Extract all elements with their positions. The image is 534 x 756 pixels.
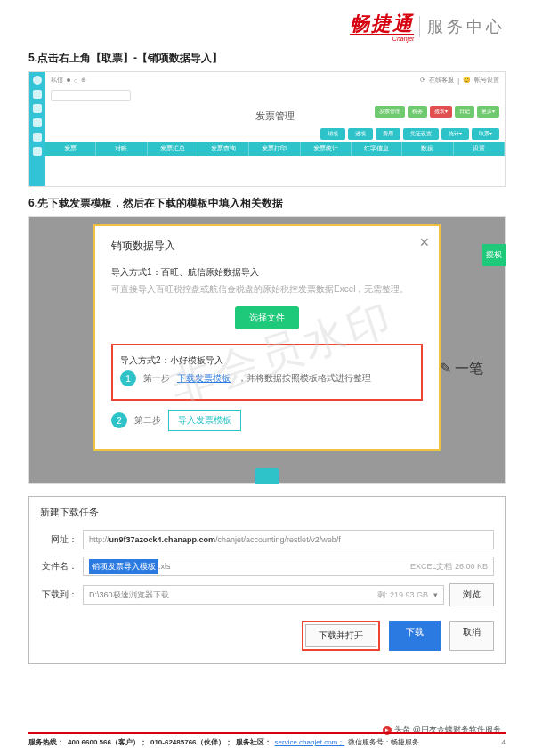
cancel-button[interactable]: 取消	[449, 621, 494, 651]
wx-label: 微信服务号：畅捷服务	[348, 737, 419, 747]
file-meta: EXCEL文档 26.00 KB	[410, 561, 488, 573]
sidebar-icon[interactable]	[33, 133, 42, 142]
step1-label: 第一步	[143, 372, 170, 385]
screenshot-1: 私信○⊕ ⟳在线客服|😊帐号设置 发票管理 发票管理 税务 报表▾ 日记 更多▾…	[28, 71, 506, 187]
tab-button[interactable]: 更多▾	[477, 106, 499, 118]
screenshot-2: 授权 ✎ 一笔 销项数据导入 ✕ 导入方式1：百旺、航信原始数据导入 可直接导入…	[28, 216, 506, 484]
browse-button[interactable]: 浏览	[449, 583, 494, 606]
page-title: 发票管理 发票管理 税务 报表▾ 日记 更多▾	[45, 102, 505, 126]
brand-logo-cn: 畅捷通	[350, 11, 414, 37]
nav-item[interactable]: 发票查询	[198, 142, 249, 156]
sidebar-icon[interactable]	[33, 104, 42, 113]
handwriting-annotation: ✎ 一笔	[440, 360, 483, 378]
sidebar-icon[interactable]	[33, 147, 42, 156]
step2-label: 第二步	[134, 414, 161, 427]
close-icon[interactable]: ✕	[419, 235, 430, 249]
doc-header: 畅捷通 Chanjet 服务中心	[28, 11, 506, 42]
method1-desc: 可直接导入百旺税控盘或航信金税盘的原始税控发票数据Excel，无需整理。	[111, 282, 423, 296]
nav-item[interactable]: 发票	[45, 142, 96, 156]
filename-input[interactable]: 销项发票导入模板.xls EXCEL文档 26.00 KB	[83, 557, 494, 576]
get-ticket-button[interactable]: 取票▾	[472, 128, 499, 140]
url-input[interactable]: http://un9f37azock4.chanapp.com/chanjet/…	[83, 530, 494, 549]
step6-heading: 6.先下载发票模板，然后在下载的模板中填入相关数据	[28, 196, 506, 211]
nav-bar: 发票 对账 发票汇总 发票查询 发票打印 发票统计 红字信息 数据 设置	[45, 142, 505, 156]
nav-item[interactable]: 红字信息	[352, 142, 402, 156]
sidebar-icon[interactable]	[33, 90, 42, 99]
free-space: 剩: 219.93 GB	[377, 589, 428, 601]
tab-button[interactable]: 发票管理	[375, 106, 405, 118]
step5-heading: 5.点击右上角【取票】-【销项数据导入】	[28, 51, 506, 66]
method1-title: 导入方式1：百旺、航信原始数据导入	[111, 266, 423, 279]
import-modal: 销项数据导入 ✕ 导入方式1：百旺、航信原始数据导入 可直接导入百旺税控盘或航信…	[93, 224, 441, 451]
community-label: 服务社区：	[236, 737, 271, 747]
highlight-box: 导入方式2：小好模板导入 1 第一步 下载发票模板 ，并将数据按照模板格式进行整…	[111, 344, 423, 401]
download-template-link[interactable]: 下载发票模板	[177, 372, 231, 385]
nav-item[interactable]: 发票打印	[249, 142, 300, 156]
filename-label: 文件名：	[40, 560, 77, 573]
saveto-input[interactable]: D:\360极速浏览器下载 剩: 219.93 GB ▾	[83, 585, 444, 605]
page-number: 4	[502, 738, 506, 746]
search-input[interactable]	[51, 90, 131, 101]
tab-button[interactable]: 税务	[408, 106, 427, 118]
action-button[interactable]: 费用	[376, 128, 400, 140]
step1-tail: ，并将数据按照模板格式进行整理	[238, 372, 371, 385]
nav-item[interactable]: 对账	[96, 142, 147, 156]
download-open-button[interactable]: 下载并打开	[305, 624, 376, 647]
nav-item[interactable]: 发票统计	[301, 142, 352, 156]
action-button[interactable]: 销项	[320, 128, 345, 140]
saveto-label: 下载到：	[40, 589, 77, 601]
action-button[interactable]: 进项	[348, 128, 373, 140]
sidebar-icon[interactable]	[33, 76, 42, 85]
tab-button[interactable]: 报表▾	[430, 106, 452, 118]
import-template-button[interactable]: 导入发票模板	[168, 410, 241, 431]
dialog-title: 新建下载任务	[40, 506, 494, 519]
nav-item[interactable]: 数据	[402, 142, 453, 156]
action-button[interactable]: 凭证设置	[403, 128, 439, 140]
sidebar-icon[interactable]	[33, 118, 42, 127]
page-footer: 服务热线： 400 6600 566（客户）； 010-62485766（伙伴）…	[28, 732, 506, 747]
nav-item[interactable]: 发票汇总	[148, 142, 198, 156]
action-button[interactable]: 统计▾	[441, 128, 469, 140]
side-tag[interactable]: 授权	[482, 244, 506, 266]
sidebar	[29, 72, 45, 186]
community-link[interactable]: service.chanjet.com；	[275, 737, 345, 747]
topbar: 私信○⊕ ⟳在线客服|😊帐号设置	[45, 72, 505, 88]
modal-title: 销项数据导入	[111, 239, 423, 254]
select-file-button[interactable]: 选择文件	[235, 306, 299, 329]
download-button[interactable]: 下载	[389, 621, 441, 651]
tab-button[interactable]: 日记	[455, 106, 474, 118]
brand-service: 服务中心	[419, 16, 506, 37]
chevron-down-icon[interactable]: ▾	[433, 590, 438, 599]
hotline-label: 服务热线：	[28, 737, 64, 747]
download-dialog: 新建下载任务 网址： http://un9f37azock4.chanapp.c…	[28, 496, 506, 664]
method2-title: 导入方式2：小好模板导入	[120, 354, 414, 367]
assistant-icon[interactable]	[255, 468, 279, 484]
nav-item[interactable]: 设置	[454, 142, 505, 156]
step-badge-1: 1	[120, 370, 136, 386]
url-label: 网址：	[40, 533, 77, 546]
step-badge-2: 2	[111, 412, 127, 428]
